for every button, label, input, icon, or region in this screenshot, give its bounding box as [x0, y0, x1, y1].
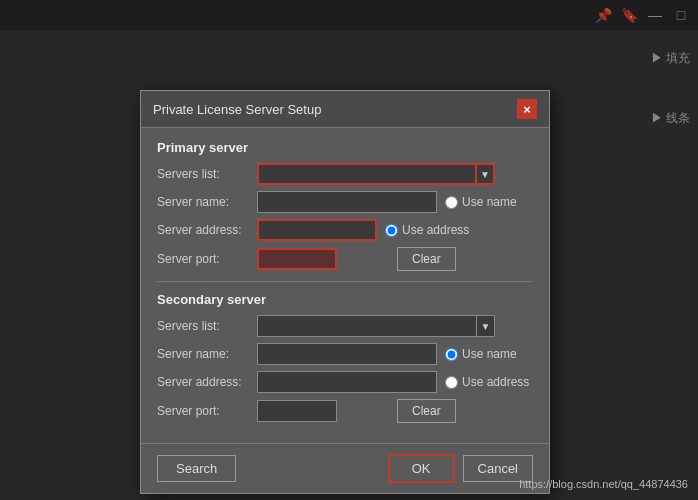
- secondary-use-address-label: Use address: [462, 375, 529, 389]
- primary-use-address-label: Use address: [402, 223, 469, 237]
- primary-clear-button[interactable]: Clear: [397, 247, 456, 271]
- url-label: https://blog.csdn.net/qq_44874436: [519, 478, 688, 490]
- secondary-server-port-row: Server port: Clear: [157, 399, 533, 423]
- secondary-clear-button[interactable]: Clear: [397, 399, 456, 423]
- primary-server-port-label: Server port:: [157, 252, 257, 266]
- secondary-server-address-row: Server address: Use address: [157, 371, 533, 393]
- secondary-server-name-row: Server name: Use name: [157, 343, 533, 365]
- secondary-servers-list-row: Servers list: ▼: [157, 315, 533, 337]
- primary-use-name-label: Use name: [462, 195, 517, 209]
- secondary-use-name-label: Use name: [462, 347, 517, 361]
- primary-server-address-input[interactable]: [257, 219, 377, 241]
- dialog-body: Primary server Servers list: ▼ Server na…: [141, 128, 549, 443]
- primary-servers-list-row: Servers list: ▼: [157, 163, 533, 185]
- secondary-use-name-radio[interactable]: [445, 348, 458, 361]
- primary-server-address-row: Server address: Use address: [157, 219, 533, 241]
- secondary-server-port-input[interactable]: [257, 400, 337, 422]
- dialog-footer: Search OK Cancel: [141, 443, 549, 493]
- primary-servers-list-label: Servers list:: [157, 167, 257, 181]
- primary-server-name-label: Server name:: [157, 195, 257, 209]
- primary-use-address-radio[interactable]: [385, 224, 398, 237]
- primary-server-name-row: Server name: Use name: [157, 191, 533, 213]
- secondary-server-name-label: Server name:: [157, 347, 257, 361]
- dialog-title-bar: Private License Server Setup ×: [141, 91, 549, 128]
- secondary-server-name-input[interactable]: [257, 343, 437, 365]
- primary-server-port-input[interactable]: [257, 248, 337, 270]
- primary-server-port-row: Server port: Clear: [157, 247, 533, 271]
- primary-servers-list-dropdown[interactable]: ▼: [477, 163, 495, 185]
- secondary-use-address-radio[interactable]: [445, 376, 458, 389]
- ok-button[interactable]: OK: [388, 454, 455, 483]
- secondary-servers-list-input[interactable]: [257, 315, 477, 337]
- footer-right-buttons: OK Cancel: [388, 454, 533, 483]
- secondary-server-address-input[interactable]: [257, 371, 437, 393]
- search-button[interactable]: Search: [157, 455, 236, 482]
- secondary-servers-list-label: Servers list:: [157, 319, 257, 333]
- section-divider: [157, 281, 533, 282]
- primary-server-name-input[interactable]: [257, 191, 437, 213]
- primary-server-title: Primary server: [157, 140, 533, 155]
- secondary-server-port-label: Server port:: [157, 404, 257, 418]
- secondary-server-title: Secondary server: [157, 292, 533, 307]
- secondary-servers-list-dropdown[interactable]: ▼: [477, 315, 495, 337]
- primary-server-address-label: Server address:: [157, 223, 257, 237]
- primary-use-name-radio[interactable]: [445, 196, 458, 209]
- primary-servers-list-input[interactable]: [257, 163, 477, 185]
- dialog-title: Private License Server Setup: [153, 102, 321, 117]
- dialog: Private License Server Setup × Primary s…: [140, 90, 550, 494]
- secondary-server-address-label: Server address:: [157, 375, 257, 389]
- dialog-close-button[interactable]: ×: [517, 99, 537, 119]
